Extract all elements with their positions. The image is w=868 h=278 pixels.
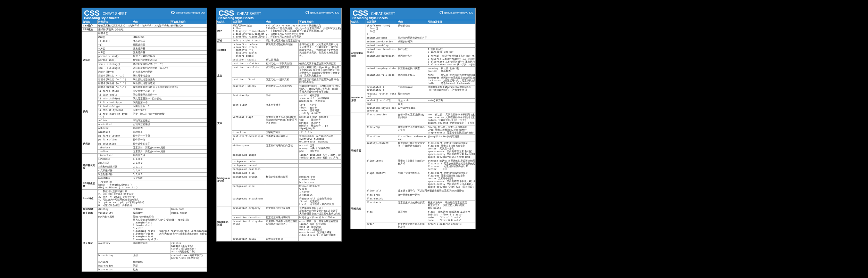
github-icon: [171, 11, 175, 14]
table-page-2: 知识点涉及语法功能可选值及备注 BFC开启元素BFC方法 1.float 2.d…: [216, 20, 341, 241]
cheatsheet-page-1: CSS CHEAT SHEET Cascading Style Sheets g…: [82, 8, 207, 272]
col-4: 可选值及备注: [170, 20, 207, 24]
cheatsheet-page-2: CSS CHEAT SHEET Cascading Style Sheets g…: [216, 8, 342, 242]
header: CSS CHEAT SHEET Cascading Style Sheets g…: [82, 8, 207, 20]
title-sub: CHEAT SHEET: [103, 12, 127, 16]
col-2: 涉及语法: [98, 20, 132, 24]
header: CSS CHEAT SHEET Cascading Style Sheets g…: [350, 8, 475, 20]
github-link[interactable]: github.com/Hengyu-DU: [440, 11, 473, 14]
table-page-3: 知识点涉及语法功能可选值及备注 animation 动画 @keyframes …: [350, 20, 475, 229]
col-1: 知识点: [82, 20, 98, 24]
table-page-1: 知识点 涉及语法 功能 可选值及备注 CSS简介修改元素样式的三种方式：1.内联…: [82, 20, 207, 272]
github-link[interactable]: github.com/Hengyu-DU: [171, 11, 205, 14]
cheatsheet-page-3: CSS CHEAT SHEET Cascading Style Sheets g…: [350, 8, 476, 229]
github-icon: [440, 11, 443, 14]
github-icon: [306, 11, 309, 14]
col-3: 功能: [132, 20, 170, 24]
header: CSS CHEAT SHEET Cascading Style Sheets g…: [216, 8, 341, 20]
title-big: CSS: [84, 9, 100, 17]
title-line2: Cascading Style Sheets: [84, 16, 205, 20]
github-link[interactable]: github.com/Hengyu-DU: [306, 11, 339, 14]
